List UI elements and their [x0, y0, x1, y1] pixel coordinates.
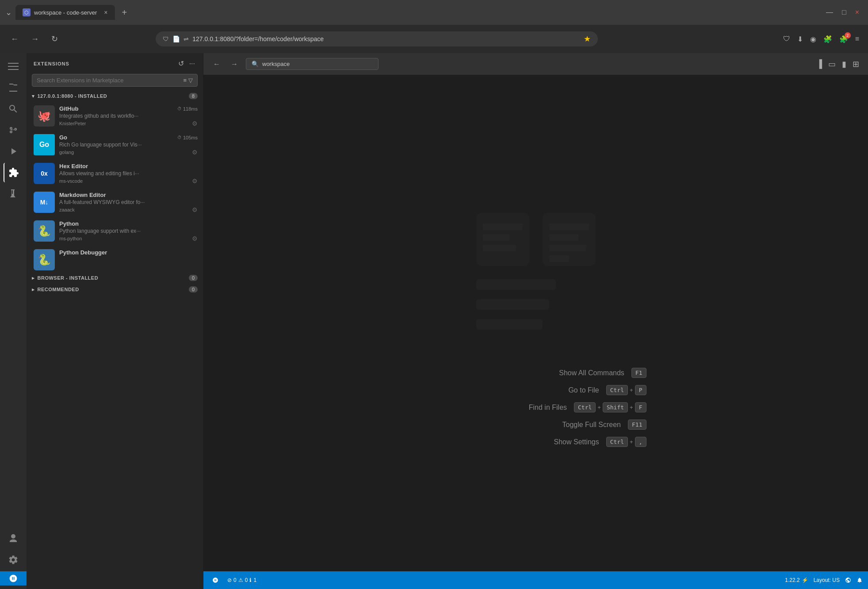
find-in-files-keys: Ctrl + Shift + F	[574, 402, 646, 412]
tab-close-button[interactable]: ×	[104, 9, 107, 16]
github-author: KnisterPeter	[59, 121, 86, 126]
activity-extensions[interactable]	[4, 163, 23, 182]
sort-button[interactable]: ≡	[183, 77, 187, 84]
grid-layout-button[interactable]: ⊞	[851, 58, 861, 71]
sidebar-header: EXTENSIONS ↺ ···	[27, 53, 203, 74]
svg-rect-12	[549, 234, 578, 241]
version-status[interactable]: 1.22.2 ⚡	[785, 577, 808, 583]
github-settings-button[interactable]: ⚙	[192, 120, 198, 127]
forward-button[interactable]: →	[27, 33, 42, 46]
activity-menu[interactable]	[4, 57, 23, 76]
panel-layout-button[interactable]: ▭	[826, 58, 837, 71]
account-icon	[8, 533, 19, 544]
back-button[interactable]: ←	[7, 33, 22, 46]
svg-rect-13	[549, 245, 586, 251]
split-layout-button[interactable]: ▮	[840, 58, 848, 71]
activity-search[interactable]	[4, 99, 23, 119]
notification-icon[interactable]: 🧩 2	[837, 33, 850, 45]
extension-hex-editor[interactable]: 0x Hex Editor Allows viewing and editing…	[27, 159, 203, 188]
address-bar[interactable]: 🛡 📄 ⇌ 127.0.0.1:8080/?folder=/home/coder…	[156, 31, 598, 46]
activity-settings[interactable]	[4, 550, 23, 570]
toolbar-search-box[interactable]: 🔍 workspace	[246, 58, 379, 70]
extension-go[interactable]: Go Go ⏱ 105ms Rich Go language support f…	[27, 131, 203, 159]
markdown-editor-settings-button[interactable]: ⚙	[192, 206, 198, 213]
hex-editor-author: ms-vscode	[59, 178, 83, 184]
shield-icon: 🛡	[163, 35, 169, 42]
error-count: 0	[233, 577, 237, 583]
extension-python[interactable]: 🐍 Python Python language support with ex…	[27, 217, 203, 246]
sidebar-layout-button[interactable]: ▐	[814, 58, 824, 71]
activity-testing[interactable]	[4, 184, 23, 204]
minimize-button[interactable]: —	[822, 7, 837, 18]
extension-python-debugger[interactable]: 🐍 Python Debugger	[27, 246, 203, 272]
hex-editor-info: Hex Editor Allows viewing and editing fi…	[59, 163, 198, 185]
layout-status[interactable]: Layout: US	[814, 577, 840, 583]
locale-status[interactable]	[845, 577, 851, 583]
activity-run[interactable]	[4, 142, 23, 161]
plus-sep: +	[630, 404, 633, 411]
gear-icon	[8, 554, 19, 565]
browser-section-title: ▸ BROWSER - INSTALLED	[32, 275, 98, 281]
recommended-section-header[interactable]: ▸ RECOMMENDED 0	[27, 284, 203, 295]
go-settings-button[interactable]: ⚙	[192, 149, 198, 156]
toggle-fullscreen-keys: F11	[628, 420, 646, 430]
hex-editor-settings-button[interactable]: ⚙	[192, 177, 198, 185]
extensions-search-input[interactable]	[37, 77, 180, 84]
bell-status[interactable]	[857, 577, 863, 583]
github-icon: 🐙	[34, 105, 55, 127]
extension-icon[interactable]: 🧩	[822, 33, 834, 45]
activity-source-control[interactable]	[4, 120, 23, 140]
toolbar-back-button[interactable]: ←	[210, 58, 223, 70]
error-icon: ⊘	[227, 577, 232, 583]
main-content: ← → 🔍 workspace ▐ ▭ ▮ ⊞	[203, 53, 868, 589]
filter-button[interactable]: ▽	[188, 77, 193, 84]
menu-icon[interactable]: ≡	[853, 33, 861, 45]
extensions-search-box[interactable]: ≡ ▽	[32, 74, 198, 87]
hex-editor-icon: 0x	[34, 163, 55, 184]
toggle-fullscreen-row: Toggle Full Screen F11	[425, 420, 646, 430]
version-text: 1.22.2	[785, 577, 799, 583]
vscode-container: EXTENSIONS ↺ ··· ≡ ▽ ▾ 127.0.0.1:8080 - …	[0, 53, 868, 589]
go-timing: ⏱ 105ms	[177, 135, 198, 140]
browser-dropdown-icon[interactable]: ⌄	[5, 8, 12, 17]
markdown-editor-name: Markdown Editor	[59, 192, 106, 198]
activity-remote[interactable]	[0, 571, 27, 585]
flask-icon	[8, 189, 19, 199]
star-icon[interactable]: ★	[584, 34, 591, 44]
pocket-icon[interactable]: 🛡	[781, 33, 792, 45]
installed-section-header[interactable]: ▾ 127.0.0.1:8080 - INSTALLED 8	[27, 90, 203, 102]
browser-tab[interactable]: ⬡ workspace - code-server ×	[15, 5, 115, 20]
new-tab-button[interactable]: +	[119, 6, 131, 19]
browser-section-header[interactable]: ▸ BROWSER - INSTALLED 0	[27, 272, 203, 284]
more-actions-button[interactable]: ···	[188, 58, 196, 69]
markdown-editor-desc: A full-featured WYSIWYG editor fo···	[59, 199, 198, 205]
installed-section-title: ▾ 127.0.0.1:8080 - INSTALLED	[32, 93, 107, 99]
f11-key: F11	[628, 420, 646, 430]
svg-rect-9	[483, 234, 509, 241]
refresh-button[interactable]: ↻	[48, 32, 61, 46]
extension-github[interactable]: 🐙 GitHub ⏱ 118ms Integrates github and i…	[27, 102, 203, 131]
remote-status[interactable]	[209, 577, 222, 583]
markdown-editor-author: zaaack	[59, 207, 75, 212]
activity-explorer[interactable]	[4, 78, 23, 97]
github-timing: ⏱ 118ms	[177, 106, 198, 112]
markdown-editor-info: Markdown Editor A full-featured WYSIWYG …	[59, 192, 198, 213]
python-settings-button[interactable]: ⚙	[192, 235, 198, 242]
maximize-button[interactable]: □	[838, 7, 850, 18]
error-status[interactable]: ⊘ 0 ⚠ 0 ℹ 1	[227, 577, 256, 583]
refresh-extensions-button[interactable]: ↺	[177, 58, 185, 69]
recommended-section-title: ▸ RECOMMENDED	[32, 287, 79, 293]
profile-icon[interactable]: ◉	[808, 33, 818, 45]
toolbar-forward-button[interactable]: →	[228, 58, 241, 70]
search-icon: 🔍	[252, 61, 259, 67]
close-window-button[interactable]: ×	[852, 7, 863, 18]
bell-icon	[857, 577, 863, 583]
go-icon: Go	[34, 134, 55, 155]
layout-icons: ▐ ▭ ▮ ⊞	[814, 58, 861, 71]
remote-status-icon	[212, 577, 218, 583]
extension-markdown-editor[interactable]: M↓ Markdown Editor A full-featured WYSIW…	[27, 188, 203, 217]
activity-account[interactable]	[4, 529, 23, 548]
download-icon[interactable]: ⬇	[795, 33, 805, 45]
status-right: 1.22.2 ⚡ Layout: US	[785, 577, 863, 583]
svg-rect-5	[476, 279, 556, 290]
